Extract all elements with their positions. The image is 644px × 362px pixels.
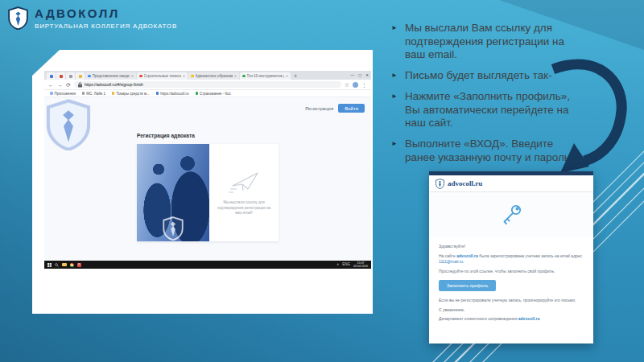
- bullet-icon: ►: [391, 22, 398, 62]
- powerpoint-icon[interactable]: P: [77, 263, 81, 267]
- lock-icon: [78, 82, 82, 88]
- bookmark-label: МС: Лайв 1: [86, 92, 105, 96]
- browser-tab[interactable]: Адвокатское образование ✕: [188, 72, 239, 80]
- language-indicator[interactable]: ENG: [342, 263, 350, 267]
- favicon: [191, 75, 194, 78]
- favicon: [50, 92, 53, 95]
- email-line1: На сайте advocoll.ru была зарегистрирова…: [439, 253, 584, 265]
- advocoll-logo: АДВОКОЛЛ ВИРТУАЛЬНАЯ КОЛЛЕГИЯ АДВОКАТОВ: [8, 6, 177, 30]
- bullet-text: Выполните «ВХОД». Введите ранее указанну…: [405, 138, 573, 164]
- email-text: На сайте: [439, 253, 456, 258]
- favicon: [82, 92, 85, 95]
- pinned-tab[interactable]: [56, 72, 65, 80]
- bullet-text: Нажмите «Заполнить профиль», Вы автомати…: [405, 90, 573, 130]
- windows-taskbar: P ∧ ENG 15:07 03.04.2020: [44, 261, 371, 269]
- new-tab-button[interactable]: +: [291, 72, 299, 80]
- browser-toolbar: ← → ⟳ https://advocoll.ru/#/signup-finis…: [44, 80, 371, 90]
- bookmark-label: https://advocoll.ru: [160, 92, 188, 96]
- email-text: была зарегистрирована учетная запись на …: [479, 253, 582, 258]
- favicon: [60, 75, 63, 78]
- email-key-banner: [429, 192, 593, 237]
- favicon: [88, 75, 91, 78]
- pinned-tab[interactable]: [66, 72, 75, 80]
- reload-icon[interactable]: ⟳: [66, 82, 71, 88]
- tab-close-icon[interactable]: ✕: [234, 74, 237, 78]
- close-button[interactable]: ✕: [365, 74, 369, 78]
- bookmark-item[interactable]: Приложения: [50, 92, 76, 96]
- bookmark-item[interactable]: Страхование - Кос: [196, 92, 231, 96]
- card-caption: Мы выслали ссылку для подтверждения реги…: [215, 200, 273, 216]
- email-signature: Департамент клиентского сопровождения ad…: [439, 316, 584, 323]
- search-icon[interactable]: [55, 263, 59, 267]
- clock-date: 03.04.2020: [353, 265, 368, 268]
- tab-title: Строительные технологии...: [144, 74, 181, 78]
- register-link[interactable]: Регистрация: [305, 106, 333, 111]
- email-text: Департамент клиентского сопровождения: [439, 316, 517, 321]
- bookmark-star-icon[interactable]: ☆: [345, 82, 349, 88]
- tab-title: Представление сведений о д...: [93, 74, 130, 78]
- tab-close-icon[interactable]: ✕: [286, 74, 288, 78]
- tab-close-icon[interactable]: ✕: [183, 74, 185, 78]
- chrome-icon[interactable]: [70, 263, 74, 267]
- bullet-icon: ►: [391, 90, 398, 130]
- tray-caret-icon[interactable]: ∧: [336, 263, 339, 267]
- forward-icon[interactable]: →: [57, 82, 63, 88]
- file-explorer-icon[interactable]: [62, 263, 67, 267]
- email-header: advocoll.ru: [429, 175, 593, 192]
- login-button[interactable]: Войти: [338, 104, 365, 113]
- email-greeting: Здравствуйте!: [439, 244, 584, 250]
- bullet-text: Мы выслали Вам ссылку для подтверждения …: [405, 22, 573, 62]
- browser-tab[interactable]: Топ-10 инструментов управ... ✕: [240, 72, 291, 80]
- bookmark-item[interactable]: Товары средств м...: [112, 92, 150, 96]
- taskbar-clock[interactable]: 15:07 03.04.2020: [353, 261, 368, 268]
- list-item: ►Нажмите «Заполнить профиль», Вы автомат…: [391, 90, 573, 130]
- fill-profile-button[interactable]: Заполнить профиль: [439, 280, 496, 291]
- maximize-button[interactable]: ▢: [358, 74, 361, 78]
- page-title: Регистрация адвоката: [137, 133, 195, 138]
- browser-tab[interactable]: Представление сведений о д... ✕: [85, 72, 136, 80]
- pinned-tab[interactable]: [76, 72, 85, 80]
- advocoll-shield-icon: [436, 179, 444, 189]
- start-button-icon[interactable]: [47, 263, 52, 267]
- logo-title: АДВОКОЛЛ: [35, 6, 177, 20]
- email-closing: С уважением,: [439, 307, 584, 314]
- pinned-tab[interactable]: [47, 72, 56, 80]
- favicon: [242, 75, 246, 78]
- bullet-text: Письмо будет выглядеть так-: [405, 69, 552, 83]
- favicon: [69, 75, 72, 78]
- paper-plane-icon: [228, 169, 260, 195]
- favicon: [156, 92, 159, 95]
- slide-canvas: АДВОКОЛЛ ВИРТУАЛЬНАЯ КОЛЛЕГИЯ АДВОКАТОВ …: [0, 0, 644, 362]
- list-item: ►Выполните «ВХОД». Введите ранее указанн…: [391, 138, 573, 164]
- minimize-button[interactable]: —: [350, 74, 354, 78]
- favicon: [50, 75, 53, 78]
- bookmarks-bar: Приложения МС: Лайв 1 Товары средств м..…: [44, 90, 371, 97]
- email-window: advocoll.ru Здравствуйте! На сайте advoc…: [429, 171, 593, 343]
- key-icon: [499, 203, 523, 227]
- favicon: [196, 92, 199, 95]
- bookmark-item[interactable]: МС: Лайв 1: [82, 92, 105, 96]
- logo-subtitle: ВИРТУАЛЬНАЯ КОЛЛЕГИЯ АДВОКАТОВ: [35, 23, 177, 30]
- bullet-icon: ►: [391, 69, 398, 83]
- menu-icon[interactable]: ⋮: [361, 82, 367, 88]
- bookmark-label: Страхование - Кос: [200, 92, 231, 96]
- user-email-link[interactable]: 1111@mail.ru.: [439, 259, 464, 264]
- shield-watermark-icon: [163, 216, 184, 241]
- advocoll-registration-page: Регистрация Войти Регистрация адвоката: [44, 97, 371, 261]
- email-body: Здравствуйте! На сайте advocoll.ru была …: [429, 237, 593, 329]
- advocoll-link[interactable]: advocoll.ru: [456, 253, 478, 258]
- advocoll-link[interactable]: advocoll.ru: [518, 316, 540, 321]
- email-brand: advocoll.ru: [448, 179, 482, 187]
- back-icon[interactable]: ←: [48, 82, 54, 88]
- profile-avatar[interactable]: [353, 82, 358, 88]
- tab-close-icon[interactable]: ✕: [131, 74, 134, 78]
- bookmark-item[interactable]: https://advocoll.ru: [156, 92, 189, 96]
- email-line2: Проследуйте по этой ссылке, чтобы заполн…: [439, 269, 584, 275]
- screenshot-panel: Представление сведений о д... ✕ Строител…: [32, 50, 373, 314]
- browser-tab[interactable]: Строительные технологии... ✕: [137, 72, 188, 80]
- lawyers-photo: [137, 144, 209, 241]
- browser-tabstrip: Представление сведений о д... ✕ Строител…: [44, 71, 371, 80]
- address-bar[interactable]: https://advocoll.ru/#/signup-finish: [74, 81, 341, 88]
- favicon: [112, 92, 115, 95]
- favicon: [139, 75, 142, 78]
